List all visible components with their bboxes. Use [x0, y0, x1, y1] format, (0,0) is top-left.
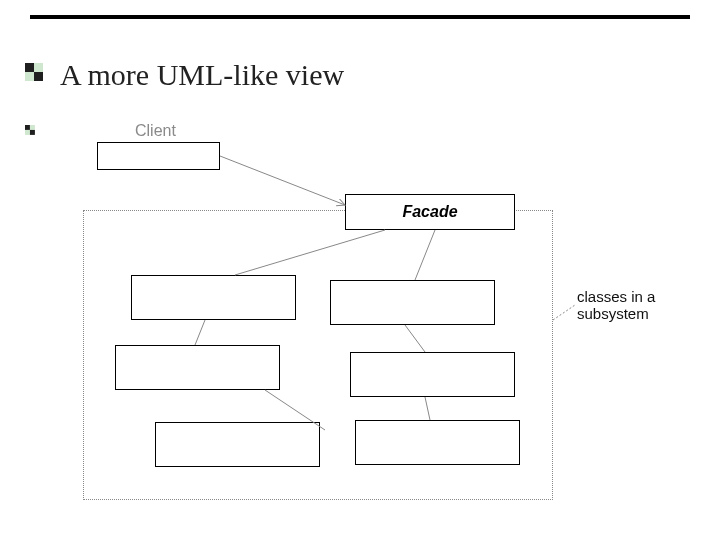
- page-title: A more UML-like view: [60, 58, 344, 92]
- subsystem-class-box: [350, 352, 515, 397]
- annotation-line: classes in a: [577, 288, 655, 305]
- svg-line-0: [220, 156, 345, 205]
- svg-line-7: [553, 305, 575, 320]
- subsystem-class-box: [131, 275, 296, 320]
- client-box: [97, 142, 220, 170]
- top-divider: [30, 15, 690, 19]
- client-label: Client: [135, 122, 176, 140]
- subsystem-class-box: [115, 345, 280, 390]
- annotation-line: subsystem: [577, 305, 649, 322]
- subsystem-class-box: [155, 422, 320, 467]
- subsystem-annotation: classes in a subsystem: [577, 288, 655, 323]
- subsystem-class-box: [330, 280, 495, 325]
- facade-box: Facade: [345, 194, 515, 230]
- uml-diagram: Client Facade classes in a subsystem: [35, 120, 695, 520]
- bullet-icon: [25, 63, 43, 81]
- bullet-icon: [25, 125, 35, 135]
- subsystem-class-box: [355, 420, 520, 465]
